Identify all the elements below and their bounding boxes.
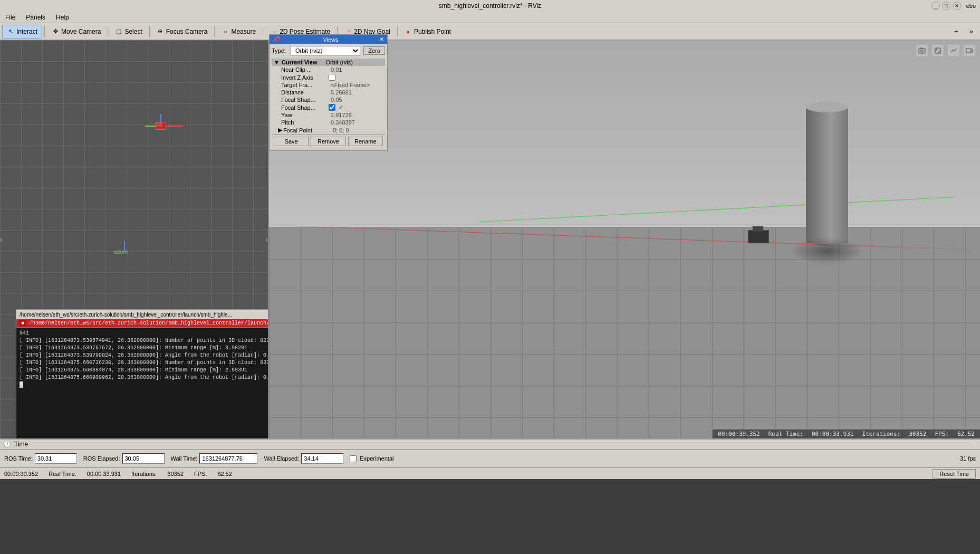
status-fps-label: FPS: [194,471,207,477]
menu-help[interactable]: Help [53,13,72,22]
focus-camera-button[interactable]: ⊕ Focus Camera [152,25,213,39]
tree-row-pitch: Pitch 0.340397 [272,119,385,126]
add-tool-button[interactable]: + [949,25,963,39]
status-iterations-label: Iterations: [131,471,157,477]
terminal-line-5: [ INFO] [1631264875.660884074, 28.363000… [20,367,269,374]
wall-elapsed-input[interactable] [301,453,343,464]
tree-row-distance: Distance 5.26691 [272,89,385,96]
chart-icon [950,47,957,54]
terminal-path-text: /home/nelsen/eth_ws/src/eth-zurich-solut… [29,320,269,326]
views-close-button[interactable]: ✕ [379,36,384,43]
tree-expand-current[interactable]: ▼ [274,59,280,65]
views-remove-button[interactable]: Remove [311,137,345,146]
interact-button[interactable]: ↖ Interact [2,25,42,39]
current-view-label: Current View [282,59,318,65]
reset-time-button[interactable]: Reset Time [933,469,976,479]
publish-point-button[interactable]: ● Publish Point [400,25,456,39]
wall-time-group: Wall Time: [171,453,258,464]
fullscreen-icon-button[interactable] [931,44,944,57]
tree-row-targetframe: Target Fra... <Fixed Frame> [272,81,385,89]
experimental-label: Experimental [360,455,393,462]
menu-file[interactable]: File [2,13,18,22]
fps-label: 31 fps [960,455,976,462]
menu-panels[interactable]: Panels [23,13,49,22]
toolbar-separator-1 [44,26,45,37]
camera-icon [918,47,926,54]
video-icon [966,47,973,54]
views-rename-button[interactable]: Rename [348,137,383,146]
cylinder-top [806,102,848,112]
left-viewport[interactable]: odom ‹ › /home/nelsen/eth_ws/src/eth-zur… [0,40,269,438]
title-bar: smb_highlevel_controller.rviz* - RViz _ … [0,0,980,12]
robot-top-part [156,122,162,127]
svg-point-1 [921,50,924,52]
terminal-path-bar: ■ /home/nelsen/eth_ws/src/eth-zurich-sol… [16,319,269,327]
tree-row-focalshape1: Focal Shap... 0.05 [272,96,385,103]
time-fields: ROS Time: ROS Elapsed: Wall Time: Wall E… [0,450,980,467]
interact-icon: ↖ [7,28,14,35]
ros-time-input[interactable] [35,453,77,464]
toolbar-separator-7 [397,26,398,37]
views-title: Views [323,36,338,43]
move-camera-button[interactable]: ✥ Move Camera [47,25,105,39]
robot-axis-x [166,126,182,127]
clock-icon: 🕐 [3,441,11,448]
viewport-scroll-right[interactable]: › [265,235,268,244]
terminal-title: /home/nelsen/eth_ws/src/eth-zurich-solut… [20,312,232,318]
publish-point-icon: ● [405,28,412,35]
fullscreen-icon [934,47,941,54]
current-view-type: Orbit (rviz) [326,59,353,65]
views-titlebar: 📌 Views ✕ [270,35,387,44]
views-zero-button[interactable]: Zero [363,46,385,55]
focal-shape-checkbox[interactable] [329,104,335,111]
viewport-scroll-left[interactable]: ‹ [0,235,3,244]
robot-object [156,122,166,130]
wall-time-input[interactable] [199,453,257,464]
ros-elapsed-input[interactable] [122,453,165,464]
terminal-line-0: 041 [20,330,269,337]
views-panel-icon: 📌 [273,36,280,43]
right-ground [269,230,980,438]
select-icon: ▢ [115,28,122,35]
viewport-icons-right [916,44,976,57]
views-type-select[interactable]: Orbit (rviz) [291,46,360,55]
more-tools-button[interactable]: » [965,25,978,39]
focus-camera-icon: ⊕ [157,28,164,35]
time-title-group: 🕐 Time [3,441,28,448]
terminal-body[interactable]: 041 [ INFO] [1631264873.539574941, 26.36… [16,327,269,438]
toolbar-separator-2 [108,26,108,37]
measure-button[interactable]: ↔ Measure [217,25,261,39]
terminal-window: /home/nelsen/eth_ws/src/eth-zurich-solut… [16,309,269,438]
terminal-line-6: [ INFO] [1631264875.660909962, 28.363000… [20,374,269,381]
window-title: smb_highlevel_controller.rviz* - RViz [439,2,541,9]
move-camera-icon: ✥ [52,28,59,35]
robot-right-body [748,230,769,243]
toolbar: ↖ Interact ✥ Move Camera ▢ Select ⊕ Focu… [0,23,980,40]
toolbar-extra: + » [949,25,978,39]
terminal-cursor [20,381,23,388]
views-content: Type: Orbit (rviz) Zero ▼ Current View O… [270,44,387,150]
menu-bar: File Panels Help [0,12,980,23]
views-save-button[interactable]: Save [274,137,309,146]
invert-z-checkbox[interactable] [329,74,335,81]
status-bar: 00:00:30.352 Real Time: 00:00:33.931 Ite… [0,467,980,479]
minimize-button[interactable]: _ [931,2,940,10]
select-button[interactable]: ▢ Select [110,25,147,39]
focal-point-expand[interactable]: ▶ [277,127,283,133]
wall-elapsed-label: Wall Elapsed: [264,455,299,462]
camera-icon-button[interactable] [916,44,928,57]
video-icon-button[interactable] [963,44,976,57]
window-controls[interactable]: _ □ ✕ ebo [931,2,976,10]
close-button[interactable]: ✕ [953,2,961,10]
maximize-button[interactable]: □ [942,2,950,10]
ros-time-label: ROS Time: [4,455,33,462]
cylinder-shadow [790,238,864,264]
toolbar-separator-4 [214,26,215,37]
tree-row-focalshape2: Focal Shap... ✓ [272,103,385,111]
toolbar-separator-5 [263,26,263,37]
robot-right [748,230,769,243]
cylinder-object [806,106,848,243]
time-panel-close[interactable]: ✕ [972,441,977,448]
chart-icon-button[interactable] [947,44,960,57]
experimental-checkbox[interactable] [350,455,357,462]
